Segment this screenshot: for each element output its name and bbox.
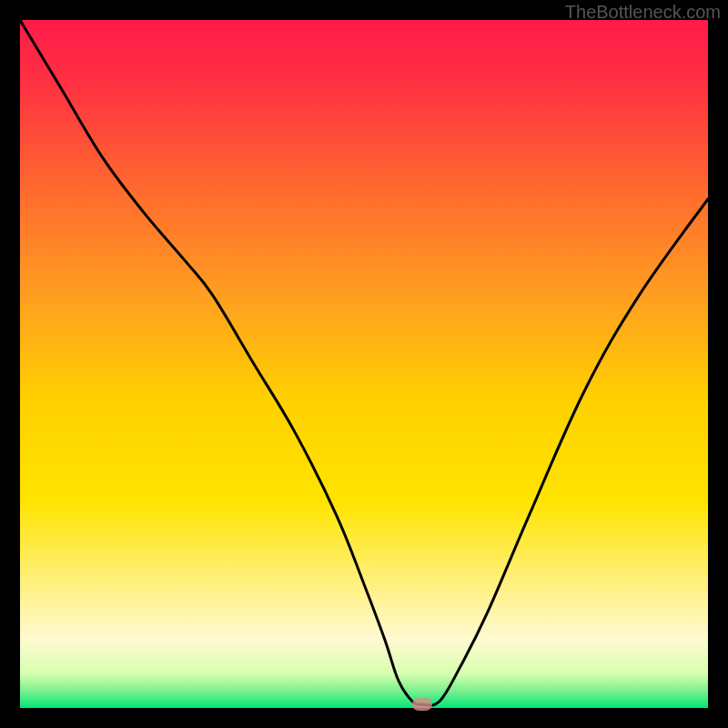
chart-background	[20, 20, 708, 708]
bottleneck-chart	[20, 20, 708, 708]
chart-svg	[20, 20, 708, 708]
optimum-marker	[412, 698, 432, 711]
watermark-text: TheBottleneck.com	[565, 2, 721, 23]
